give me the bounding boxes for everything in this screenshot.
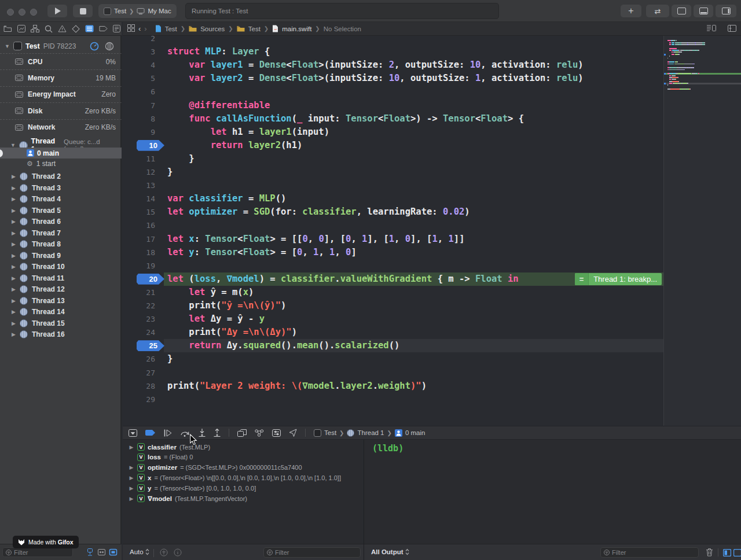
code-line-24[interactable]: 24 print("Δy =\n\(Δy)")	[123, 326, 663, 339]
code-line-8[interactable]: 8 func callAsFunction(_ input: Tensor<Fl…	[123, 112, 663, 126]
disclosure-closed-icon[interactable]: ▶	[12, 331, 16, 337]
code-line-10[interactable]: 10 return layer2(h1)	[123, 139, 663, 152]
line-number[interactable]: 26	[123, 352, 155, 366]
tab-project-navigator[interactable]	[3, 25, 12, 32]
thread-row[interactable]: ▶ Thread 3	[12, 182, 61, 193]
debug-crumb-frame[interactable]: 0 main	[405, 429, 425, 436]
code-line-9[interactable]: 9 let h1 = layer1(input)	[123, 126, 663, 139]
thread-row[interactable]: ▶ Thread 4	[12, 194, 61, 205]
editor-only-button[interactable]	[672, 5, 691, 17]
minimap-menu-icon[interactable]	[707, 24, 716, 33]
zoom-icon[interactable]	[30, 9, 37, 16]
disclosure-closed-icon[interactable]: ▶	[12, 241, 16, 247]
disclosure-closed-icon[interactable]: ▶	[12, 264, 16, 270]
line-number[interactable]: 8	[123, 112, 155, 126]
code-line-25[interactable]: 25 return Δy.squared().mean().scalarized…	[123, 339, 663, 352]
disclosure-closed-icon[interactable]: ▶	[12, 275, 16, 281]
environment-overrides-button[interactable]	[272, 429, 281, 437]
line-number[interactable]: 2	[123, 36, 155, 45]
line-number[interactable]: 22	[123, 299, 155, 312]
code-line-21[interactable]: 21 let ŷ = m(x)	[123, 286, 663, 299]
library-button[interactable]: +	[621, 5, 641, 17]
close-icon[interactable]	[7, 9, 14, 16]
run-button[interactable]	[47, 5, 67, 17]
thread-row[interactable]: ▶ Thread 15	[12, 318, 65, 329]
code-line-29[interactable]: 29	[123, 393, 663, 406]
line-number[interactable]: 6	[123, 85, 155, 98]
crumb-group[interactable]: Test	[248, 25, 261, 32]
variable-row[interactable]: ▶ V ∇model (Test.MLP.TangentVector)	[123, 493, 363, 504]
disclosure-closed-icon[interactable]: ▶	[12, 208, 16, 213]
code-line-3[interactable]: 3struct MLP: Layer {	[123, 45, 663, 58]
process-stat-row[interactable]: Energy Impact Zero	[0, 86, 122, 102]
tab-issue-navigator[interactable]	[58, 25, 67, 32]
source-editor[interactable]: 23struct MLP: Layer {4 var layer1 = Dens…	[123, 36, 741, 426]
process-stat-row[interactable]: Network Zero KB/s	[0, 119, 122, 135]
disclosure-closed-icon[interactable]: ▶	[12, 230, 16, 236]
gauge-icon[interactable]	[90, 42, 99, 53]
thread-row[interactable]: ▶ Thread 12	[12, 284, 65, 295]
debug-crumb-thread[interactable]: Thread 1	[357, 429, 384, 436]
line-number[interactable]: 12	[123, 165, 155, 179]
debug-crumb-process[interactable]: Test	[324, 429, 336, 436]
scheme-selector[interactable]: Test ❯ My Mac	[98, 4, 177, 18]
hide-debug-area-button[interactable]	[129, 429, 137, 437]
console-pane-toggle-icon[interactable]	[733, 548, 741, 559]
tab-test-navigator[interactable]	[72, 25, 80, 33]
code-line-12[interactable]: 12}	[123, 165, 663, 179]
tab-symbol-navigator[interactable]	[31, 25, 39, 32]
code-line-4[interactable]: 4 var layer1 = Dense<Float>(inputSize: 2…	[123, 58, 663, 72]
navigator-filter-field[interactable]: Filter	[2, 547, 73, 557]
disclosure-closed-icon[interactable]: ▶	[12, 320, 16, 326]
code-line-23[interactable]: 23 let Δy = ŷ - y	[123, 312, 663, 326]
variables-pane-toggle-icon[interactable]	[723, 548, 731, 559]
minimap[interactable]	[663, 36, 741, 426]
tab-debug-navigator-active[interactable]	[85, 25, 94, 32]
code-line-26[interactable]: 26}	[123, 352, 663, 366]
thread-row[interactable]: ▶ Thread 2	[12, 171, 61, 182]
line-number[interactable]: 9	[123, 126, 155, 139]
disclosure-closed-icon[interactable]: ▶	[12, 309, 16, 315]
flag-breakpoint-icon[interactable]	[160, 548, 168, 559]
breakpoint-marker[interactable]: 25	[137, 340, 164, 351]
breakpoints-toggle-button[interactable]	[145, 429, 156, 436]
disclosure-open-icon[interactable]: ▼	[5, 43, 10, 49]
related-items-icon[interactable]	[127, 24, 135, 33]
breakpoint-marker[interactable]: 10	[137, 140, 164, 151]
variable-row[interactable]: ▶ V classifier (Test.MLP)	[123, 442, 363, 452]
line-number[interactable]: 16	[123, 219, 155, 232]
disclosure-closed-icon[interactable]: ▶	[12, 196, 16, 202]
step-into-button[interactable]	[199, 429, 206, 437]
process-header[interactable]: ▼ Test PID 78223	[5, 42, 76, 50]
variable-row[interactable]: V loss = (Float) 0	[123, 452, 363, 462]
code-line-13[interactable]: 13	[123, 179, 663, 192]
step-out-button[interactable]	[214, 429, 221, 437]
thread-row[interactable]: ▶ Thread 14	[12, 307, 65, 318]
crumb-sources[interactable]: Sources	[200, 25, 225, 32]
code-line-22[interactable]: 22 print("ŷ =\n\(ŷ)")	[123, 299, 663, 312]
crumb-selection[interactable]: No Selection	[324, 25, 361, 32]
line-number[interactable]: 7	[123, 99, 155, 112]
disclosure-closed-icon[interactable]: ▶	[129, 475, 134, 481]
disclosure-closed-icon[interactable]: ▶	[12, 174, 16, 179]
thread-row[interactable]: ▶ Thread 11	[12, 272, 64, 283]
thread-row[interactable]: ▶ Thread 6	[12, 216, 61, 227]
forward-button[interactable]: ›	[144, 24, 146, 33]
line-number[interactable]: 5	[123, 72, 155, 85]
code-line-17[interactable]: 17let x: Tensor<Float> = [[0, 0], [0, 1]…	[123, 233, 663, 246]
simulate-location-button[interactable]	[289, 429, 297, 437]
disclosure-closed-icon[interactable]: ▶	[129, 485, 134, 491]
thread-row[interactable]: ▶ Thread 5	[12, 205, 61, 216]
line-number[interactable]: 3	[123, 45, 155, 58]
code-line-5[interactable]: 5 var layer2 = Dense<Float>(inputSize: 1…	[123, 72, 663, 85]
stop-button[interactable]	[73, 5, 93, 17]
disclosure-closed-icon[interactable]: ▶	[129, 496, 134, 502]
view-debugger-button[interactable]	[237, 429, 247, 437]
stack-frame[interactable]: ⚙ 1 start	[27, 160, 56, 168]
line-number[interactable]: 17	[123, 233, 155, 246]
variables-view[interactable]: ▶ V classifier (Test.MLP) V loss = (Floa…	[123, 440, 363, 544]
add-editor-icon[interactable]	[728, 25, 736, 33]
tab-breakpoint-navigator[interactable]	[99, 25, 108, 32]
disclosure-closed-icon[interactable]: ▶	[129, 465, 134, 470]
variables-filter-field[interactable]: Filter	[263, 547, 361, 558]
